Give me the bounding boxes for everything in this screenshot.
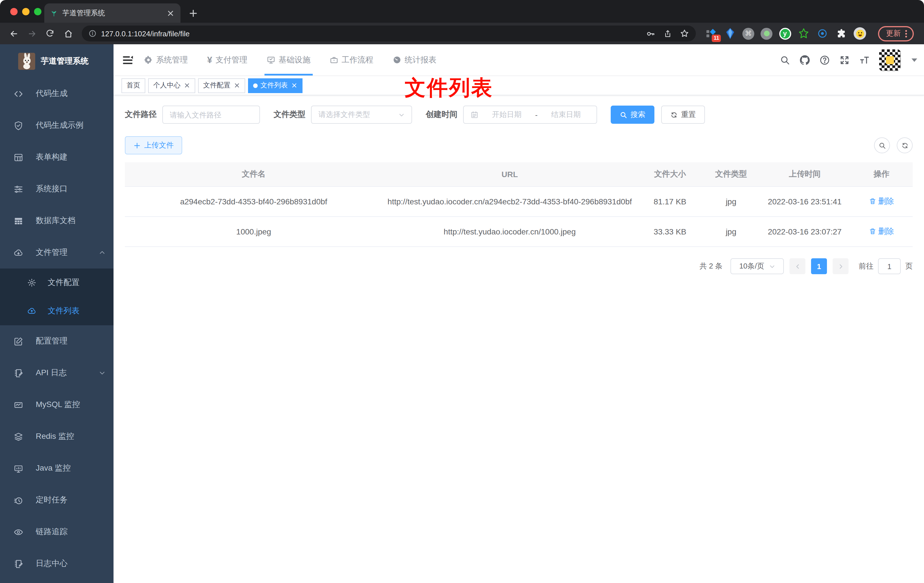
start-date-placeholder[interactable]: 开始日期: [483, 109, 531, 120]
app-logo-row[interactable]: 芋道管理系统: [0, 47, 114, 76]
back-icon[interactable]: [6, 26, 21, 41]
end-date-placeholder[interactable]: 结束日期: [542, 109, 590, 120]
search-icon[interactable]: [780, 55, 790, 65]
sidebar-item-log-center[interactable]: 日志中心: [0, 548, 114, 580]
tag-close-icon[interactable]: [290, 82, 297, 89]
nav-tab-reports[interactable]: 统计报表: [393, 44, 436, 76]
next-page-button[interactable]: [833, 258, 848, 274]
file-type-select[interactable]: 请选择文件类型: [311, 106, 412, 124]
tag-close-icon[interactable]: [233, 82, 240, 89]
url-bar[interactable]: 127.0.0.1:1024/infra/file/file: [82, 26, 696, 41]
refresh-table-button[interactable]: [897, 137, 912, 153]
extension-yudao-icon[interactable]: y: [779, 27, 791, 40]
tag-close-icon[interactable]: [183, 82, 190, 89]
help-icon[interactable]: [820, 55, 830, 65]
url-text[interactable]: 127.0.0.1:1024/infra/file/file: [101, 29, 641, 38]
extension-record-icon[interactable]: [761, 28, 772, 40]
cell-type: jpg: [703, 217, 759, 246]
nav-tab-workflow[interactable]: 工作流程: [330, 44, 373, 76]
extension-command-icon[interactable]: ⌘: [742, 28, 754, 40]
sidebar-item-code-gen-example[interactable]: 代码生成示例: [0, 109, 114, 141]
hamburger-fold-icon[interactable]: [122, 54, 134, 66]
main-area: 文件列表 系统管理 ¥ 支付管理 基础设施: [114, 44, 924, 583]
search-icon: [620, 111, 627, 118]
browser-tab[interactable]: 芋道管理系统: [44, 3, 180, 23]
minimize-window-button[interactable]: [22, 8, 30, 15]
tab-close-icon[interactable]: [166, 8, 175, 18]
sidebar-item-tracing[interactable]: 链路追踪: [0, 516, 114, 548]
extension-eye-icon[interactable]: [816, 27, 829, 40]
form-table-icon: [13, 152, 23, 162]
browser-menu-icon[interactable]: [905, 30, 907, 37]
home-icon[interactable]: [60, 26, 76, 41]
sidebar-item-db-doc[interactable]: 数据库文档: [0, 205, 114, 237]
log-edit-icon: [13, 368, 23, 378]
nav-tab-infrastructure[interactable]: 基础设施: [267, 44, 310, 76]
sidebar-item-label: 表单构建: [36, 152, 106, 162]
file-type-placeholder: 请选择文件类型: [318, 109, 370, 120]
nav-tab-system[interactable]: 系统管理: [144, 44, 188, 76]
zoom-window-button[interactable]: [34, 8, 41, 15]
file-path-input[interactable]: [162, 106, 260, 124]
delete-button[interactable]: 删除: [869, 195, 894, 208]
sidebar-item-label: 定时任务: [36, 495, 106, 505]
sidebar-item-config-management[interactable]: 配置管理: [0, 325, 114, 357]
tag-profile[interactable]: 个人中心: [148, 78, 195, 93]
sidebar-item-label: MySQL 监控: [36, 400, 106, 410]
avatar-qr-code[interactable]: [879, 49, 901, 71]
bookmark-star-icon[interactable]: [680, 29, 689, 38]
sidebar-item-scheduled-tasks[interactable]: 定时任务: [0, 484, 114, 516]
edit-square-icon: [13, 336, 23, 346]
fullscreen-icon[interactable]: [840, 55, 850, 65]
page-number-button[interactable]: 1: [811, 258, 827, 274]
plus-icon: [134, 142, 141, 149]
password-key-icon[interactable]: [646, 29, 655, 38]
avatar-caret-icon[interactable]: [911, 58, 917, 61]
page-size-select[interactable]: 10条/页: [731, 258, 784, 274]
sidebar-item-api-log[interactable]: API 日志: [0, 357, 114, 389]
sidebar-item-redis-monitor[interactable]: Redis 监控: [0, 421, 114, 453]
reset-button[interactable]: 重置: [661, 106, 705, 124]
extensions-puzzle-icon[interactable]: [835, 27, 847, 40]
tag-file-list[interactable]: 文件列表: [248, 78, 302, 93]
browser-update-button[interactable]: 更新: [878, 26, 914, 41]
sidebar-item-label: 日志中心: [36, 558, 106, 569]
forward-icon[interactable]: [24, 26, 40, 41]
show-search-toggle-button[interactable]: [874, 137, 890, 153]
share-icon[interactable]: [663, 29, 672, 38]
cell-url: http://test.yudao.iocoder.cn/a294ecb2-73…: [383, 187, 637, 216]
extension-diamond-icon[interactable]: 11: [705, 27, 718, 40]
delete-button[interactable]: 删除: [869, 225, 894, 238]
tag-file-config[interactable]: 文件配置: [198, 78, 245, 93]
sidebar-item-code-generation[interactable]: 代码生成: [0, 78, 114, 109]
site-info-icon[interactable]: [89, 30, 96, 38]
nav-tab-payment[interactable]: ¥ 支付管理: [207, 44, 248, 76]
file-table: 文件名 URL 文件大小 文件类型 上传时间 操作 a294ecb2-73dd-…: [125, 162, 912, 247]
close-window-button[interactable]: [10, 8, 18, 15]
sidebar-item-file-list[interactable]: 文件列表: [0, 297, 114, 325]
sidebar-item-file-management[interactable]: 文件管理: [0, 237, 114, 269]
new-tab-button[interactable]: [185, 5, 201, 21]
extension-emoji-icon[interactable]: [854, 27, 866, 40]
sidebar-item-java-monitor[interactable]: Java 监控: [0, 453, 114, 484]
prev-page-button[interactable]: [789, 258, 805, 274]
extension-gem-icon[interactable]: [724, 27, 736, 40]
sidebar-item-file-config[interactable]: 文件配置: [0, 269, 114, 297]
date-range-picker[interactable]: 开始日期 - 结束日期: [463, 106, 597, 124]
tag-home[interactable]: 首页: [122, 78, 145, 93]
goto-label: 前往: [859, 261, 873, 271]
active-dot: [253, 83, 258, 88]
font-size-icon[interactable]: [859, 55, 870, 65]
reload-icon[interactable]: [42, 26, 58, 41]
file-path-input-field[interactable]: [170, 111, 252, 119]
cell-url: http://test.yudao.iocoder.cn/1000.jpeg: [383, 217, 637, 246]
extension-star-icon[interactable]: [797, 27, 810, 40]
upload-file-button[interactable]: 上传文件: [125, 136, 182, 154]
delete-label: 删除: [878, 195, 894, 208]
sidebar-item-form-builder[interactable]: 表单构建: [0, 141, 114, 173]
sidebar-item-mysql-monitor[interactable]: MySQL 监控: [0, 389, 114, 421]
sidebar-item-system-api[interactable]: 系统接口: [0, 173, 114, 205]
github-icon[interactable]: [800, 55, 810, 65]
search-button[interactable]: 搜索: [611, 106, 654, 124]
goto-page-input[interactable]: 1: [878, 258, 901, 274]
